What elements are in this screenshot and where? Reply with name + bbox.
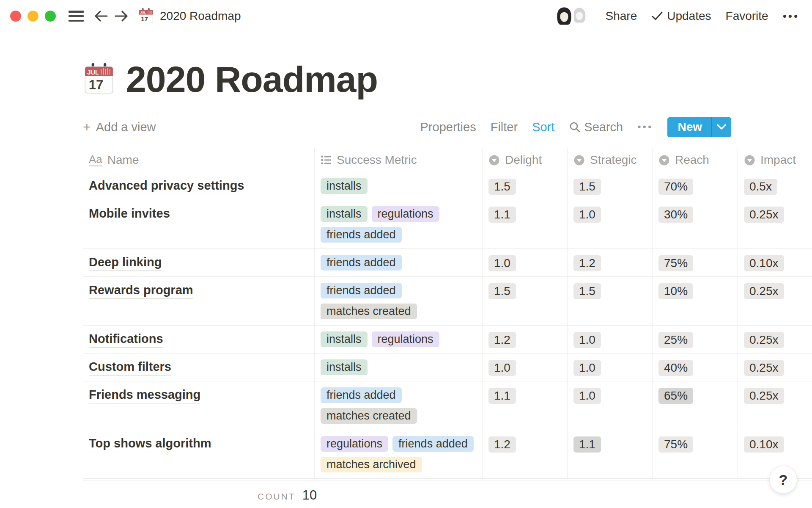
updates-button[interactable]: Updates [651, 9, 711, 23]
number-value: 0.25x [744, 332, 784, 348]
reach-cell[interactable]: 65% [653, 381, 738, 430]
strategic-cell[interactable]: 1.0 [568, 200, 653, 248]
row-title[interactable]: Deep linking [89, 255, 162, 271]
name-cell[interactable]: Rewards program [83, 277, 315, 325]
strategic-cell[interactable]: 1.0 [568, 353, 653, 381]
close-window-button[interactable] [10, 11, 21, 22]
column-header-impact[interactable]: Impact [738, 148, 812, 172]
sort-button[interactable]: Sort [532, 120, 554, 134]
strategic-cell[interactable]: 1.0 [568, 381, 653, 430]
success-metric-cell[interactable]: installsregulations [315, 326, 483, 353]
name-cell[interactable]: Mobile invites [83, 200, 315, 248]
delight-cell[interactable]: 1.0 [483, 353, 568, 381]
reach-cell[interactable]: 70% [653, 172, 738, 200]
success-metric-cell[interactable]: friends added [315, 249, 483, 276]
delight-cell[interactable]: 1.5 [483, 277, 568, 325]
name-cell[interactable]: Advanced privacy settings [83, 172, 315, 200]
number-icon [658, 155, 670, 166]
table-count-footer[interactable]: COUNT 10 [258, 488, 317, 503]
multiselect-icon [321, 155, 332, 166]
reach-cell[interactable]: 10% [653, 277, 738, 325]
table-header-row: AaName Success Metric Delight Strategic … [83, 148, 812, 172]
name-cell[interactable]: Custom filters [83, 353, 315, 381]
column-header-reach[interactable]: Reach [653, 148, 738, 172]
column-header-name[interactable]: AaName [83, 148, 315, 172]
check-icon [651, 11, 663, 22]
name-cell[interactable]: Deep linking [83, 249, 315, 276]
row-title[interactable]: Top shows algorithm [89, 436, 211, 452]
metric-tag: regulations [321, 436, 388, 452]
reach-cell[interactable]: 75% [653, 249, 738, 276]
calendar-page-icon[interactable]: JUL 17 [83, 63, 115, 95]
strategic-cell[interactable]: 1.5 [568, 277, 653, 325]
row-title[interactable]: Advanced privacy settings [89, 179, 244, 194]
reach-cell[interactable]: 75% [653, 430, 738, 478]
page-title[interactable]: 2020 Roadmap [126, 58, 378, 100]
strategic-cell[interactable]: 1.5 [568, 172, 653, 200]
breadcrumb-document-title[interactable]: 2020 Roadmap [160, 9, 241, 23]
share-button[interactable]: Share [606, 9, 637, 23]
success-metric-cell[interactable]: friends addedmatches created [315, 381, 483, 430]
success-metric-cell[interactable]: installsregulationsfriends added [315, 200, 483, 248]
favorite-button[interactable]: Favorite [726, 9, 768, 23]
strategic-cell[interactable]: 1.0 [568, 326, 653, 353]
row-title[interactable]: Notifications [89, 332, 163, 348]
metric-tag: regulations [372, 206, 439, 222]
name-cell[interactable]: Notifications [83, 326, 315, 353]
impact-cell[interactable]: 0.25x [738, 277, 812, 325]
column-header-strategic[interactable]: Strategic [568, 148, 653, 172]
avatar [554, 6, 574, 26]
column-header-delight[interactable]: Delight [483, 148, 568, 172]
strategic-cell[interactable]: 1.2 [568, 249, 653, 276]
reach-cell[interactable]: 25% [653, 326, 738, 353]
reach-cell[interactable]: 40% [653, 353, 738, 381]
help-button[interactable]: ? [769, 466, 797, 494]
row-title[interactable]: Rewards program [89, 283, 193, 299]
impact-cell[interactable]: 0.10x [738, 249, 812, 276]
impact-cell[interactable]: 0.25x [738, 381, 812, 430]
view-more-options-icon[interactable]: ••• [637, 121, 653, 133]
minimize-window-button[interactable] [27, 11, 38, 22]
delight-cell[interactable]: 1.2 [483, 326, 568, 353]
impact-cell[interactable]: 0.25x [738, 200, 812, 248]
success-metric-cell[interactable]: friends addedmatches created [315, 277, 483, 325]
reach-cell[interactable]: 30% [653, 200, 738, 248]
name-cell[interactable]: Friends messaging [83, 381, 315, 430]
row-title[interactable]: Mobile invites [89, 207, 170, 222]
number-value: 1.1 [488, 388, 516, 404]
new-record-button[interactable]: New [667, 117, 731, 137]
delight-cell[interactable]: 1.1 [483, 381, 568, 430]
success-metric-cell[interactable]: installs [315, 172, 483, 200]
number-value: 0.25x [744, 283, 784, 299]
chevron-down-icon[interactable] [712, 117, 731, 137]
zoom-window-button[interactable] [45, 11, 56, 22]
filter-button[interactable]: Filter [491, 120, 518, 134]
delight-cell[interactable]: 1.0 [483, 249, 568, 276]
forward-arrow-icon[interactable] [114, 9, 129, 23]
back-arrow-icon[interactable] [94, 9, 108, 23]
number-value: 25% [658, 332, 693, 348]
impact-cell[interactable]: 0.25x [738, 326, 812, 353]
success-metric-cell[interactable]: installs [315, 353, 483, 381]
delight-cell[interactable]: 1.5 [483, 172, 568, 200]
add-view-button[interactable]: + Add a view [83, 120, 156, 134]
search-button[interactable]: Search [569, 120, 623, 134]
sidebar-menu-icon[interactable] [69, 11, 84, 22]
impact-cell[interactable]: 0.5x [738, 172, 812, 200]
number-value: 1.5 [573, 283, 601, 299]
strategic-cell[interactable]: 1.1 [568, 430, 653, 478]
row-title[interactable]: Custom filters [89, 360, 171, 375]
properties-button[interactable]: Properties [420, 120, 476, 134]
more-options-icon[interactable]: ••• [783, 10, 799, 23]
delight-cell[interactable]: 1.1 [483, 200, 568, 248]
column-header-success_metric[interactable]: Success Metric [315, 148, 483, 172]
number-value: 1.5 [488, 179, 516, 195]
metric-tag: friends added [321, 387, 402, 403]
success-metric-cell[interactable]: regulationsfriends addedmatches archived [315, 430, 483, 478]
name-cell[interactable]: Top shows algorithm [83, 430, 315, 478]
search-icon [569, 121, 581, 133]
collaborator-avatars[interactable] [554, 6, 590, 26]
impact-cell[interactable]: 0.25x [738, 353, 812, 381]
delight-cell[interactable]: 1.2 [483, 430, 568, 478]
row-title[interactable]: Friends messaging [89, 388, 200, 403]
